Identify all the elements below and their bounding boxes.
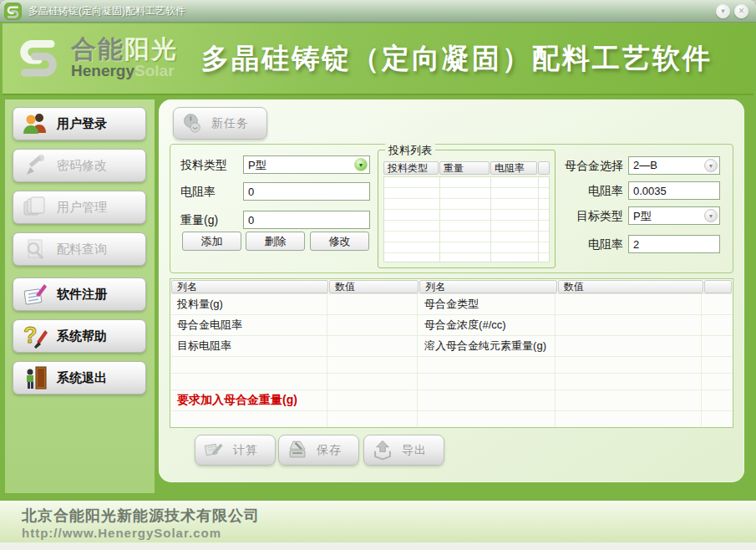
result-cell: 母合金电阻率 — [170, 315, 327, 335]
result-cell — [170, 357, 327, 373]
export-button[interactable]: 导出 — [363, 435, 444, 466]
result-table: 列名 数值 列名 数值 投料量(g) 母合金类型 母合金电阻率 母合金浓度(#/… — [170, 278, 733, 428]
feed-type-label: 投料类型 — [180, 158, 227, 173]
save-button[interactable]: 保存 — [278, 435, 359, 466]
result-cell — [702, 411, 733, 427]
chevron-down-icon[interactable]: ▼ — [354, 158, 368, 171]
target-resistivity-label: 电阻率 — [556, 237, 623, 252]
company-url: http://www.HenergySolar.com — [22, 526, 756, 540]
sidebar-item-label: 密码修改 — [57, 158, 107, 174]
feed-list-col-weight[interactable]: 重量 — [439, 161, 490, 175]
result-cell — [702, 294, 733, 314]
result-cell — [556, 411, 702, 427]
notepad-pen-icon — [22, 281, 48, 308]
sidebar: 用户登录 密码修改 用户管理 — [5, 99, 155, 493]
result-cell — [418, 390, 556, 410]
main-panel: 新任务 投料类型 P型 ▼ 电阻率 重量(g) 添加 删除 修改 投料列表 投料… — [159, 99, 744, 482]
result-col-value2[interactable]: 数值 — [558, 280, 703, 293]
alloy-resistivity-input[interactable] — [628, 181, 720, 200]
sidebar-item-user-management[interactable]: 用户管理 — [13, 191, 146, 224]
calculate-icon — [203, 439, 226, 462]
sidebar-item-system-help[interactable]: ? 系统帮助 — [13, 319, 146, 353]
sidebar-item-batch-query[interactable]: 配料查询 — [13, 232, 146, 266]
result-cell — [327, 315, 418, 335]
feed-type-select[interactable]: P型 ▼ — [243, 155, 370, 174]
feed-resistivity-input[interactable] — [243, 182, 370, 201]
brand-name-cn: 合能阳光 — [71, 36, 178, 63]
calculate-button[interactable]: 计算 — [195, 435, 276, 466]
table-row-alert: 要求加入母合金重量(g) — [170, 390, 733, 410]
result-cell — [556, 357, 702, 373]
feed-weight-input[interactable] — [243, 211, 370, 229]
result-col-name1[interactable]: 列名 — [171, 280, 328, 293]
app-window: 多晶硅铸锭(定向凝固)配料工艺软件 ▼ × 合能阳光 HenergySolar … — [0, 0, 756, 550]
brand-en-part1: Henergy — [71, 62, 134, 79]
minimize-button[interactable]: ▼ — [716, 4, 730, 18]
brand-name-en: HenergySolar — [71, 63, 178, 79]
result-cell — [418, 357, 556, 373]
result-col-name2[interactable]: 列名 — [419, 280, 556, 293]
result-cell — [702, 315, 733, 335]
feed-list-col-type[interactable]: 投料类型 — [383, 161, 439, 175]
folders-icon — [22, 194, 48, 221]
sidebar-item-software-register[interactable]: 软件注册 — [13, 278, 146, 311]
page-title: 多晶硅铸锭（定向凝固）配料工艺软件 — [201, 40, 713, 78]
sidebar-item-user-login[interactable]: 用户登录 — [13, 107, 146, 140]
result-table-header: 列名 数值 列名 数值 — [170, 279, 733, 293]
modify-button[interactable]: 修改 — [310, 232, 369, 251]
sidebar-item-label: 系统退出 — [57, 370, 107, 386]
table-row — [170, 373, 733, 390]
delete-button[interactable]: 删除 — [246, 232, 305, 251]
result-cell — [418, 374, 556, 390]
result-cell — [418, 411, 556, 427]
titlebar: 多晶硅铸锭(定向凝固)配料工艺软件 ▼ × — [0, 0, 756, 23]
feed-list-col-resistivity[interactable]: 电阻率 — [490, 161, 537, 175]
chevron-down-icon[interactable]: ▼ — [704, 159, 718, 172]
brand-cn-part2: 阳光 — [124, 35, 178, 63]
brand-en-part2: Solar — [134, 62, 175, 79]
sidebar-item-system-exit[interactable]: 系统退出 — [13, 361, 146, 395]
table-row — [170, 356, 733, 373]
table-row: 投料量(g) 母合金类型 — [170, 293, 733, 314]
result-cell — [327, 411, 418, 427]
header-banner: 合能阳光 HenergySolar 多晶硅铸锭（定向凝固）配料工艺软件 — [3, 23, 753, 95]
result-cell — [556, 390, 702, 410]
feed-list-title: 投料列表 — [385, 143, 435, 158]
target-type-value: P型 — [633, 210, 652, 222]
feed-list-table[interactable]: 投料类型 重量 电阻率 — [383, 161, 550, 262]
brand-s-icon — [13, 33, 64, 83]
save-icon — [287, 439, 310, 462]
close-button[interactable]: × — [734, 4, 748, 18]
new-task-button[interactable]: 新任务 — [173, 107, 267, 140]
result-cell — [556, 315, 702, 335]
feed-resistivity-label: 电阻率 — [180, 185, 216, 200]
new-task-label: 新任务 — [211, 116, 249, 131]
feed-list-header: 投料类型 重量 电阻率 — [383, 161, 550, 175]
result-cell — [327, 336, 418, 356]
alloy-select[interactable]: 2—B ▼ — [628, 156, 720, 175]
alloy-resistivity-label: 电阻率 — [556, 184, 623, 199]
sidebar-item-password-change[interactable]: 密码修改 — [13, 149, 146, 182]
result-cell — [556, 294, 702, 314]
result-col-value1[interactable]: 数值 — [329, 280, 419, 293]
add-button[interactable]: 添加 — [182, 232, 241, 251]
chevron-down-icon[interactable]: ▼ — [704, 209, 718, 222]
feed-list-groupbox: 投料列表 投料类型 重量 电阻率 — [378, 150, 556, 268]
feed-list-col-filler — [538, 161, 550, 175]
result-cell — [702, 336, 733, 356]
target-resistivity-input[interactable] — [628, 235, 720, 253]
target-type-select[interactable]: P型 ▼ — [628, 206, 720, 225]
new-task-icon — [181, 112, 205, 135]
calculate-label: 计算 — [233, 443, 258, 458]
export-label: 导出 — [402, 443, 427, 458]
company-name: 北京合能阳光新能源技术有限公司 — [22, 506, 756, 526]
alloy-select-label: 母合金选择 — [556, 159, 623, 174]
sidebar-item-label: 用户管理 — [57, 200, 107, 216]
users-icon — [22, 110, 48, 137]
target-type-label: 目标类型 — [556, 209, 623, 224]
feed-weight-label: 重量(g) — [180, 213, 218, 228]
result-cell — [556, 336, 702, 356]
sidebar-item-label: 配料查询 — [57, 242, 107, 257]
feed-list-body[interactable] — [383, 176, 550, 262]
alert-cell: 要求加入母合金重量(g) — [170, 390, 327, 410]
